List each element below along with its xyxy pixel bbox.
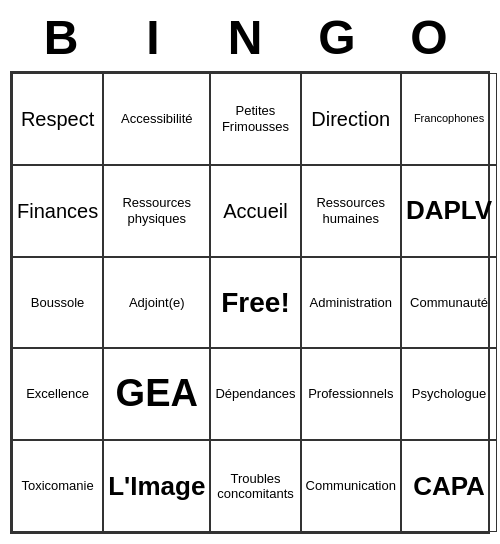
cell-r0-c1: Accessibilité	[103, 73, 210, 165]
cell-r3-c1: GEA	[103, 348, 210, 440]
cell-r1-c2: Accueil	[210, 165, 300, 257]
cell-r4-c0: Toxicomanie	[12, 440, 103, 532]
cell-r4-c4: CAPA	[401, 440, 497, 532]
cell-r2-c0: Boussole	[12, 257, 103, 349]
cell-r0-c0: Respect	[12, 73, 103, 165]
title-g: G	[296, 10, 388, 65]
cell-r2-c1: Adjoint(e)	[103, 257, 210, 349]
cell-r0-c2: Petites Frimousses	[210, 73, 300, 165]
cell-r3-c0: Excellence	[12, 348, 103, 440]
cell-r3-c4: Psychologue	[401, 348, 497, 440]
cell-r1-c0: Finances	[12, 165, 103, 257]
title-o: O	[388, 10, 480, 65]
cell-r4-c1: L'Image	[103, 440, 210, 532]
cell-r4-c3: Communication	[301, 440, 401, 532]
cell-r1-c1: Ressources physiques	[103, 165, 210, 257]
cell-r3-c3: Professionnels	[301, 348, 401, 440]
cell-r2-c3: Administration	[301, 257, 401, 349]
title-i: I	[112, 10, 204, 65]
bingo-grid: RespectAccessibilitéPetites FrimoussesDi…	[10, 71, 490, 534]
cell-r2-c4: Communauté	[401, 257, 497, 349]
cell-r4-c2: Troubles concomitants	[210, 440, 300, 532]
cell-r1-c4: DAPLV	[401, 165, 497, 257]
cell-r3-c2: Dépendances	[210, 348, 300, 440]
cell-r0-c3: Direction	[301, 73, 401, 165]
bingo-title: B I N G O	[10, 10, 490, 65]
title-n: N	[204, 10, 296, 65]
cell-r1-c3: Ressources humaines	[301, 165, 401, 257]
title-b: B	[20, 10, 112, 65]
cell-r0-c4: Francophones	[401, 73, 497, 165]
cell-r2-c2: Free!	[210, 257, 300, 349]
